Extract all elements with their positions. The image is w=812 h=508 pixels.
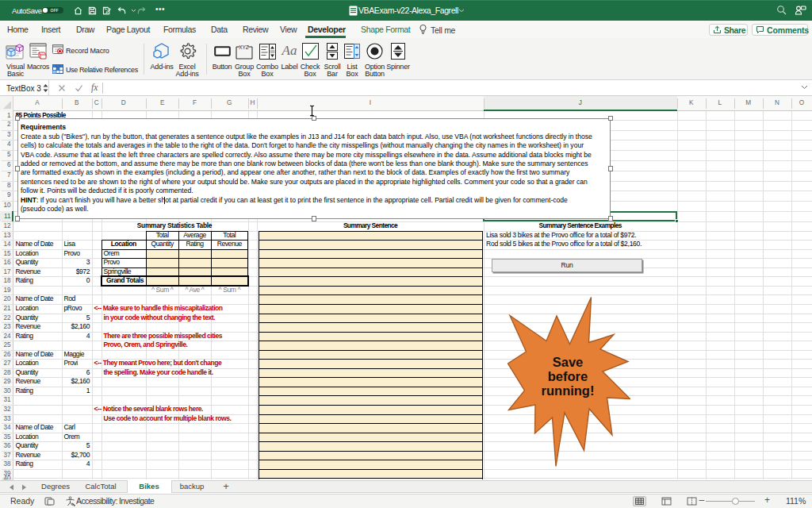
svg-text:XYZ: XYZ [239, 44, 249, 50]
